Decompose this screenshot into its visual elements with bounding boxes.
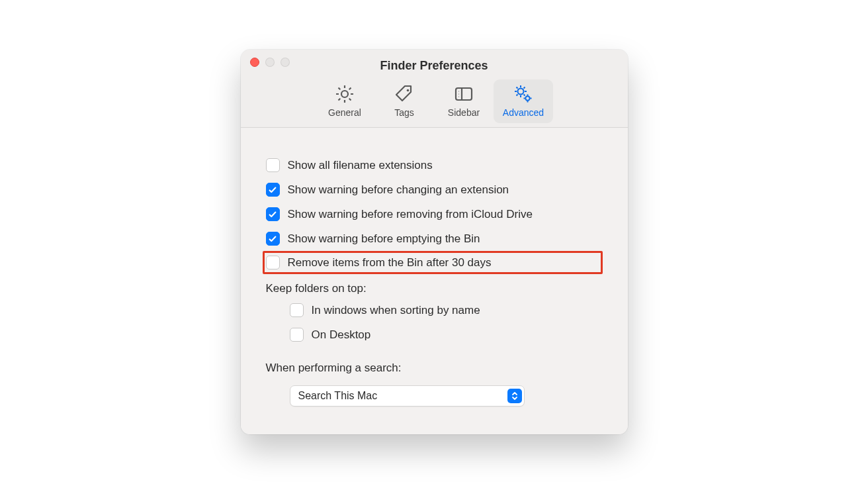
- titlebar: Finder Preferences General: [241, 50, 628, 128]
- checkbox-keep-top-windows[interactable]: [290, 303, 304, 317]
- gear-icon: [334, 83, 355, 105]
- search-scope-select[interactable]: Search This Mac: [290, 385, 525, 407]
- svg-point-0: [341, 91, 348, 97]
- gears-icon: [513, 83, 534, 105]
- svg-point-8: [525, 96, 529, 100]
- tab-label: Advanced: [503, 107, 544, 118]
- tag-icon: [394, 83, 415, 105]
- svg-point-5: [458, 93, 459, 94]
- search-title: When performing a search:: [266, 347, 603, 377]
- content-area: Show all filename extensions Show warnin…: [241, 128, 628, 434]
- minimize-button[interactable]: [265, 58, 275, 67]
- checkbox-show-extensions[interactable]: [266, 158, 280, 172]
- toolbar-tabs: General Tags: [250, 79, 619, 123]
- checkbox-warn-empty-bin[interactable]: [266, 232, 280, 246]
- svg-point-1: [407, 89, 410, 92]
- svg-point-4: [458, 91, 459, 91]
- keep-on-top-title: Keep folders on top:: [266, 274, 603, 298]
- tab-tags[interactable]: Tags: [374, 79, 434, 123]
- checkbox-label: On Desktop: [312, 328, 371, 342]
- svg-rect-2: [456, 88, 472, 100]
- checkbox-label: Show warning before changing an extensio…: [288, 183, 509, 197]
- option-keep-top-desktop: On Desktop: [266, 322, 603, 347]
- tab-label: Tags: [394, 107, 414, 118]
- checkbox-label: Show all filename extensions: [288, 159, 433, 172]
- tab-general[interactable]: General: [315, 79, 374, 123]
- tab-label: Sidebar: [448, 107, 480, 118]
- svg-point-6: [458, 96, 459, 97]
- option-warn-change-ext: Show warning before changing an extensio…: [266, 177, 603, 202]
- up-down-chevron-icon: [507, 389, 522, 403]
- option-warn-remove-icloud: Show warning before removing from iCloud…: [266, 202, 603, 226]
- close-button[interactable]: [250, 58, 259, 67]
- checkbox-label: Remove items from the Bin after 30 days: [288, 256, 492, 269]
- option-warn-empty-bin: Show warning before emptying the Bin: [266, 226, 603, 251]
- checkbox-label: In windows when sorting by name: [312, 304, 480, 317]
- checkbox-warn-remove-icloud[interactable]: [266, 207, 280, 221]
- preferences-window: Finder Preferences General: [241, 50, 628, 434]
- checkbox-remove-after-30[interactable]: [266, 256, 280, 269]
- checkbox-label: Show warning before removing from iCloud…: [288, 208, 533, 221]
- window-title: Finder Preferences: [250, 58, 619, 73]
- checkbox-label: Show warning before emptying the Bin: [288, 232, 480, 246]
- tab-advanced[interactable]: Advanced: [494, 79, 553, 123]
- sidebar-icon: [453, 83, 474, 105]
- option-show-extensions: Show all filename extensions: [266, 153, 603, 177]
- option-remove-after-30: Remove items from the Bin after 30 days: [263, 251, 603, 274]
- checkbox-keep-top-desktop[interactable]: [290, 328, 304, 342]
- select-value: Search This Mac: [298, 390, 378, 402]
- option-keep-top-windows: In windows when sorting by name: [266, 298, 603, 322]
- tab-label: General: [328, 107, 361, 118]
- tab-sidebar[interactable]: Sidebar: [434, 79, 494, 123]
- checkbox-warn-change-ext[interactable]: [266, 183, 280, 197]
- zoom-button[interactable]: [281, 58, 290, 67]
- window-controls: [250, 58, 290, 67]
- svg-point-7: [518, 89, 524, 95]
